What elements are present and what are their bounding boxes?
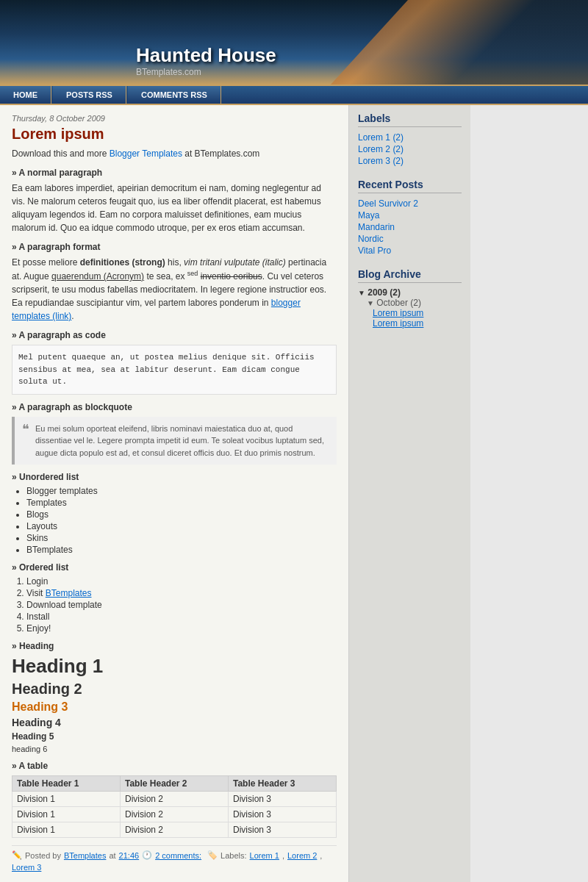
recent-post-item[interactable]: Maya xyxy=(358,209,462,221)
nav-comments-rss[interactable]: COMMENTS RSS xyxy=(128,86,221,104)
post-heading-3: Heading 3 xyxy=(12,700,337,714)
format-paragraph: Et posse meliore definitiones (strong) h… xyxy=(12,256,337,323)
list-item: Install xyxy=(26,612,337,622)
post-heading-6: heading 6 xyxy=(12,745,337,753)
triangle-icon: ▼ xyxy=(367,299,374,307)
comments-link[interactable]: 2 comments: xyxy=(155,851,201,860)
label-link[interactable]: Lorem 3 xyxy=(12,863,41,872)
code-block: Mel putent quaeque an, ut postea melius … xyxy=(12,345,337,395)
download-link[interactable]: Blogger Templates xyxy=(110,148,182,159)
labels-list: Lorem 1 (2) Lorem 2 (2) Lorem 3 (2) xyxy=(358,132,462,167)
post-heading-5: Heading 5 xyxy=(12,731,337,742)
section-heading-ul: » Unordered list xyxy=(12,472,337,482)
table-row: Division 1 Division 2 Division 3 xyxy=(12,792,337,807)
post-date: Thursday, 8 October 2009 xyxy=(12,114,337,123)
section-heading-ol: » Ordered list xyxy=(12,562,337,573)
time-link[interactable]: 21:46 xyxy=(119,851,140,860)
section-heading-headings: » Heading xyxy=(12,641,337,651)
list-item: Layouts xyxy=(26,521,337,531)
list-item: Blogs xyxy=(26,509,337,520)
post-title[interactable]: Lorem ipsum xyxy=(12,126,337,143)
post-heading-2: Heading 2 xyxy=(12,681,337,698)
table-row: Division 1 Division 2 Division 3 xyxy=(12,822,337,838)
table-cell: Division 3 xyxy=(229,807,337,822)
blockquote-block: ❝ Eu mei solum oporteat eleifend, libris… xyxy=(12,417,337,465)
table-cell: Division 3 xyxy=(229,792,337,807)
labels-text: Labels: xyxy=(220,851,246,860)
table-header: Table Header 2 xyxy=(121,776,229,792)
section-heading-code: » A paragraph as code xyxy=(12,330,337,340)
blogger-templates-link[interactable]: blogger templates (link) xyxy=(12,298,301,321)
list-item: Blogger templates xyxy=(26,486,337,496)
archive-post-item[interactable]: Lorem ipsum xyxy=(358,318,462,329)
content-area: Thursday, 8 October 2009 Lorem ipsum Dow… xyxy=(0,105,349,882)
posted-by-label: Posted by xyxy=(25,851,61,860)
post-heading-4: Heading 4 xyxy=(12,717,337,728)
label-item[interactable]: Lorem 3 (2) xyxy=(358,155,462,167)
archive-title: Blog Archive xyxy=(358,268,462,283)
sidebar-recent-posts: Recent Posts Deel Survivor 2 Maya Mandar… xyxy=(358,179,462,257)
header-decoration xyxy=(331,0,588,85)
archive-month[interactable]: ▼ October (2) xyxy=(358,298,462,308)
at-label: at xyxy=(109,851,115,860)
table-cell: Division 1 xyxy=(12,792,121,807)
section-heading-format: » A paragraph format xyxy=(12,242,337,252)
recent-post-item[interactable]: Vital Pro xyxy=(358,245,462,257)
table-cell: Division 3 xyxy=(229,822,337,838)
list-item: BTemplates xyxy=(26,545,337,555)
table-cell: Division 2 xyxy=(121,822,229,838)
list-item: Download template xyxy=(26,600,337,610)
list-item: Visit BTemplates xyxy=(26,588,337,598)
section-heading-table: » A table xyxy=(12,761,337,771)
header-title-area: Haunted House BTemplates.com xyxy=(136,44,276,77)
label-item[interactable]: Lorem 2 (2) xyxy=(358,143,462,155)
table-header: Table Header 3 xyxy=(229,776,337,792)
table-cell: Division 1 xyxy=(12,822,121,838)
ordered-list: Login Visit BTemplates Download template… xyxy=(26,576,337,634)
list-item: Skins xyxy=(26,533,337,543)
table-header: Table Header 1 xyxy=(12,776,121,792)
recent-post-item[interactable]: Nordic xyxy=(358,233,462,245)
site-header: Haunted House BTemplates.com xyxy=(0,0,588,85)
recent-post-item[interactable]: Deel Survivor 2 xyxy=(358,198,462,209)
unordered-list: Blogger templates Templates Blogs Layout… xyxy=(26,486,337,555)
recent-post-item[interactable]: Mandarin xyxy=(358,221,462,233)
header-inner: Haunted House BTemplates.com xyxy=(0,0,588,85)
nav-home[interactable]: HOME xyxy=(0,86,51,104)
main-wrapper: Thursday, 8 October 2009 Lorem ipsum Dow… xyxy=(0,105,588,882)
pencil-icon: ✏️ xyxy=(12,850,22,860)
table-row: Division 1 Division 2 Division 3 xyxy=(12,807,337,822)
archive-year[interactable]: ▼ 2009 (2) xyxy=(358,287,462,298)
labels-title: Labels xyxy=(358,112,462,127)
sidebar-labels: Labels Lorem 1 (2) Lorem 2 (2) Lorem 3 (… xyxy=(358,112,462,167)
author-link[interactable]: BTemplates xyxy=(64,851,106,860)
blockquote-text: Eu mei solum oporteat eleifend, libris n… xyxy=(35,423,329,459)
section-heading-normal: » A normal paragraph xyxy=(12,168,337,178)
label-link[interactable]: Lorem 2 xyxy=(287,851,317,860)
recent-posts-title: Recent Posts xyxy=(358,179,462,193)
triangle-icon: ▼ xyxy=(358,289,365,297)
site-title: Haunted House xyxy=(136,44,276,67)
post-footer: ✏️ Posted by BTemplates at 21:46 🕐 2 com… xyxy=(12,845,337,872)
clock-icon: 🕐 xyxy=(142,850,152,860)
label-link[interactable]: Lorem 1 xyxy=(250,851,279,860)
table-cell: Division 2 xyxy=(121,807,229,822)
table-cell: Division 2 xyxy=(121,792,229,807)
site-subtitle: BTemplates.com xyxy=(136,67,276,77)
btemplates-link[interactable]: BTemplates xyxy=(46,588,92,598)
table-cell: Division 1 xyxy=(12,807,121,822)
tag-icon: 🏷️ xyxy=(207,850,218,860)
post-body: » A normal paragraph Ea eam labores impe… xyxy=(12,168,337,838)
post-download: Download this and more Blogger Templates… xyxy=(12,148,337,159)
recent-posts-list: Deel Survivor 2 Maya Mandarin Nordic Vit… xyxy=(358,198,462,257)
list-item: Templates xyxy=(26,498,337,508)
normal-paragraph: Ea eam labores imperdiet, apeirian democ… xyxy=(12,182,337,234)
post-1: Thursday, 8 October 2009 Lorem ipsum Dow… xyxy=(12,114,337,872)
nav-bar: HOME POSTS RSS COMMENTS RSS xyxy=(0,85,588,105)
section-heading-blockquote: » A paragraph as blockquote xyxy=(12,402,337,412)
archive-post-item[interactable]: Lorem ipsum xyxy=(358,308,462,318)
post-heading-1: Heading 1 xyxy=(12,655,337,678)
nav-posts-rss[interactable]: POSTS RSS xyxy=(53,86,126,104)
label-item[interactable]: Lorem 1 (2) xyxy=(358,132,462,143)
sidebar: Labels Lorem 1 (2) Lorem 2 (2) Lorem 3 (… xyxy=(349,105,470,882)
